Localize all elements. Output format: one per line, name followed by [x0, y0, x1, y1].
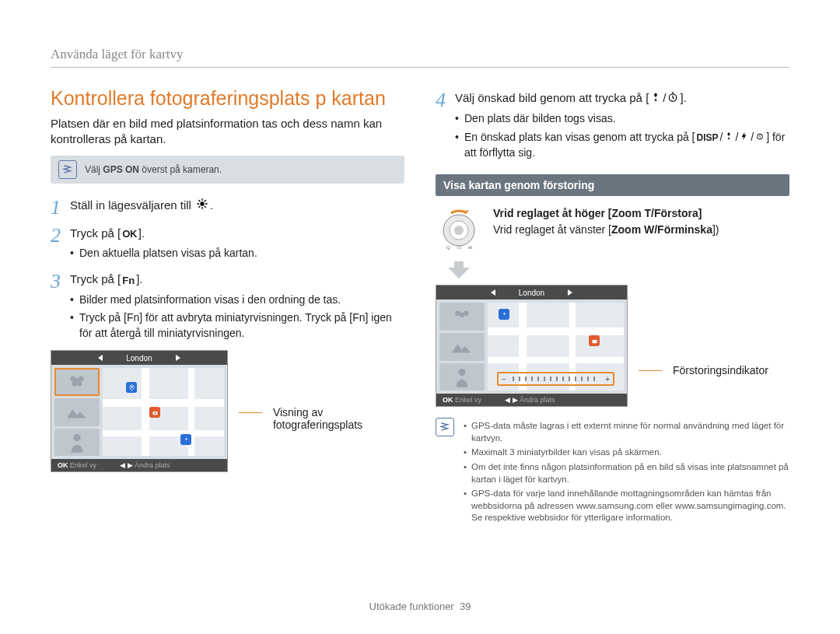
nav-left-icon — [98, 355, 103, 361]
note-icon — [58, 160, 77, 179]
macro-icon — [724, 130, 733, 145]
macro-icon — [650, 91, 661, 107]
step-body: Välj önskad bild genom att trycka på [/]… — [455, 90, 789, 163]
note-icon — [436, 418, 454, 436]
step-4: 4 Välj önskad bild genom att trycka på [… — [436, 90, 789, 163]
thumbnail-strip — [54, 368, 100, 456]
gps-pin-icon — [180, 434, 191, 445]
timer-icon — [755, 130, 765, 145]
screenshot-bottom-bar: OK Enkel vy ◀ ▶ Ändra plats — [436, 394, 627, 406]
map-area: − + — [488, 303, 624, 391]
camera-pin-icon — [149, 407, 160, 418]
screenshot-title-bar: London — [436, 285, 627, 299]
notes-item: GPS-data för varje land innehållande mot… — [464, 488, 789, 524]
screenshot-bottom-bar: OK Enkel vy ◀ ▶ Ändra plats — [51, 459, 227, 471]
zoom-dial-icon: Q ⊡ ⊞ — [436, 205, 482, 255]
callout-label: Förstoringsindikator — [673, 364, 768, 377]
screenshot-block-right: London — [436, 285, 789, 407]
svg-point-4 — [72, 381, 78, 387]
page-title: Kontrollera fotograferingsplats p kartan — [51, 87, 404, 110]
running-head: Använda läget för kartvy — [51, 47, 789, 68]
svg-point-7 — [131, 386, 132, 387]
right-column: 4 Välj önskad bild genom att trycka på [… — [436, 87, 789, 527]
svg-rect-24 — [592, 340, 597, 343]
step-number: 4 — [436, 90, 446, 163]
svg-point-10 — [185, 438, 187, 440]
flash-icon — [740, 130, 749, 145]
step-number: 1 — [51, 198, 61, 218]
thumbnail-selected — [54, 368, 100, 396]
svg-text:⊡: ⊡ — [457, 245, 461, 250]
notes-block: GPS-data måste lagras i ett externt minn… — [436, 418, 789, 526]
ok-button-label: OK — [122, 227, 137, 241]
svg-point-9 — [154, 412, 156, 414]
arrow-down-icon — [436, 261, 482, 278]
notes-item: GPS-data måste lagras i ett externt minn… — [464, 420, 789, 444]
nav-right-icon — [176, 355, 180, 361]
map-area — [103, 368, 224, 456]
timer-icon — [667, 91, 678, 107]
camera-screenshot: London — [436, 285, 628, 407]
step2-bullet: Den aktuella platsen visas på kartan. — [70, 246, 404, 261]
intro-text: Platsen där en bild med platsinformation… — [51, 116, 404, 148]
svg-point-23 — [503, 313, 505, 314]
gps-pin-icon — [126, 382, 137, 393]
note-text: Välj GPS ON överst på kameran. — [85, 164, 222, 175]
svg-point-5 — [77, 381, 82, 387]
page-footer: Utökade funktioner 39 — [0, 601, 840, 612]
nav-left-icon — [491, 289, 495, 296]
screenshot-block-left: London — [51, 350, 404, 472]
thumbnail — [54, 429, 100, 457]
gps-pin-icon — [499, 309, 509, 320]
thumbnail — [439, 363, 485, 391]
svg-point-2 — [70, 377, 75, 382]
section-heading: Visa kartan genom förstoring — [436, 174, 789, 196]
svg-point-0 — [200, 201, 204, 205]
svg-point-22 — [458, 369, 465, 376]
step4-bullet: En önskad plats kan visas genom att tryc… — [455, 130, 789, 161]
step-number: 2 — [51, 226, 61, 264]
left-column: Kontrollera fotograferingsplats p kartan… — [51, 87, 404, 527]
mode-dial-icon — [196, 198, 208, 214]
svg-text:Q: Q — [446, 245, 450, 250]
svg-point-20 — [455, 311, 460, 317]
fn-button-label: Fn — [122, 274, 135, 288]
callout-leader — [239, 412, 262, 413]
svg-point-3 — [79, 377, 84, 382]
step-1: 1 Ställ in lägesväljaren till . — [51, 198, 404, 218]
step3-bullet: Bilder med platsinformation visas i den … — [70, 292, 404, 308]
thumbnail-strip — [439, 303, 485, 391]
svg-point-21 — [464, 311, 469, 317]
camera-pin-icon — [589, 335, 600, 346]
screenshot-title-bar: London — [51, 351, 227, 365]
svg-point-15 — [454, 226, 464, 235]
camera-screenshot: London — [51, 350, 228, 472]
step-3: 3 Tryck på [Fn]. Bilder med platsinforma… — [51, 271, 404, 344]
callout-label: Visning av fotograferingsplats — [273, 406, 404, 431]
zoom-dial-row: Q ⊡ ⊞ Vrid reglaget åt höger [Zoom T/För… — [436, 205, 789, 255]
notes-item: Maximalt 3 miniatyrbilder kan visas på s… — [464, 447, 789, 459]
zoom-dial-text: Vrid reglaget åt höger [Zoom T/Förstora]… — [493, 205, 719, 237]
disp-label: DISP — [697, 131, 719, 145]
thumbnail — [439, 303, 485, 331]
thumbnail — [439, 333, 485, 361]
step-body: Tryck på [OK]. Den aktuella platsen visa… — [70, 226, 404, 264]
nav-right-icon — [568, 289, 572, 296]
notes-item: Om det inte finns någon platsinformation… — [464, 461, 789, 485]
thumbnail — [54, 398, 100, 426]
zoom-indicator: − + — [497, 372, 614, 386]
callout-leader — [639, 370, 662, 371]
step-number: 3 — [51, 271, 61, 344]
step-body: Tryck på [Fn]. Bilder med platsinformati… — [70, 271, 404, 344]
step4-bullet: Den plats där bilden togs visas. — [455, 111, 789, 127]
note-box-gps-on: Välj GPS ON överst på kameran. — [51, 156, 404, 184]
step-body: Ställ in lägesväljaren till . — [70, 198, 404, 218]
svg-text:⊞: ⊞ — [468, 245, 472, 250]
svg-point-6 — [73, 434, 80, 441]
step3-bullet: Tryck på [Fn] för att avbryta miniatyrvi… — [70, 310, 404, 341]
step-2: 2 Tryck på [OK]. Den aktuella platsen vi… — [51, 226, 404, 264]
